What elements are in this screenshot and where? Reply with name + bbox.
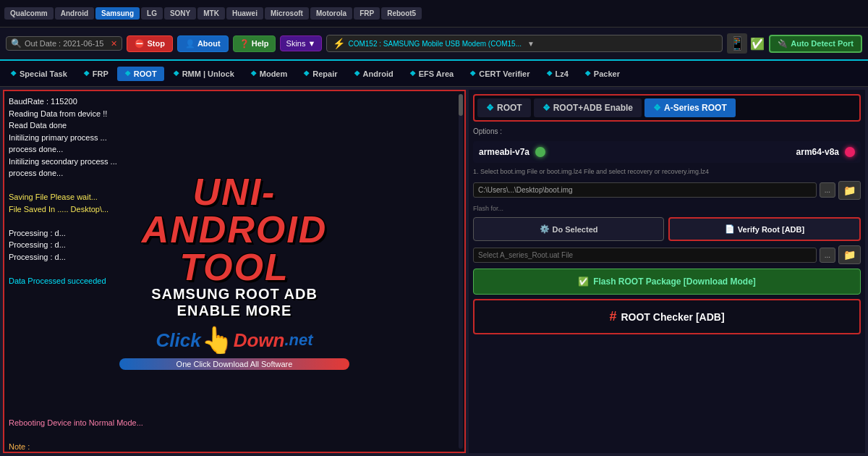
scroll-thumb [459,94,463,116]
abi-left-label: armeabi-v7a [479,147,529,157]
uat-dots-button[interactable]: ... [820,248,835,263]
tab-arrow-icon: ❖ [653,103,661,113]
root-checker-button[interactable]: # ROOT Checker [ADB] [473,299,861,334]
menu-special-task[interactable]: ❖ Special Task [3,67,75,81]
menu-packer[interactable]: ❖ Packer [577,67,627,81]
log-line: Reading Data from device !! [9,108,460,120]
tagline: One Click Download All Software [119,358,349,370]
com-port-selector[interactable]: ⚡ COM152 : SAMSUNG Mobile USB Modem (COM… [326,35,723,52]
tab-root[interactable]: ❖ ROOT [477,98,531,117]
log-line: File Saved In ..... Desktop\... [9,203,460,216]
flash-root-button[interactable]: ✅ Flash ROOT Package [Download Mode] [473,269,861,295]
menu-cert[interactable]: ❖ CERT Verifier [462,67,537,81]
tab-aseries-root[interactable]: ❖ A-Series ROOT [644,98,736,117]
brand-tab-reboots[interactable]: Reboot5 [381,7,422,20]
options-label: Options : [473,126,861,137]
stop-button[interactable]: ⛔ Stop [127,35,172,52]
main-content: BaudRate : 115200 Reading Data from devi… [0,87,868,456]
root-tabs: ❖ ROOT ❖ ROOT+ADB Enable ❖ A-Series ROOT [473,94,861,122]
clear-icon[interactable]: ✕ [111,39,117,48]
menu-lz4[interactable]: ❖ Lz4 [539,67,576,81]
search-date: Out Date : 2021-06-15 [25,39,103,48]
detect-icon: 🔌 [778,39,788,48]
arrow-icon: ❖ [584,69,591,77]
arrow-icon: ❖ [546,69,553,77]
abi-row: armeabi-v7a arm64-v8a [473,141,861,163]
abi-left: armeabi-v7a [479,147,545,157]
menu-modem[interactable]: ❖ Modem [243,67,295,81]
arrow-icon: ❖ [354,69,360,77]
info-text: 1. Select boot.img File or boot.img.lz4 … [473,167,861,177]
menu-rmm[interactable]: ❖ RMM | Unlock [166,67,242,81]
about-button[interactable]: 👤 About [177,35,229,52]
menu-android[interactable]: ❖ Android [346,67,401,81]
abi-right: arm64-v8a [796,147,855,157]
log-line: process done... [9,143,460,156]
skins-button[interactable]: Skins ▼ [280,35,323,51]
scroll-indicator[interactable] [459,94,463,449]
log-line: Initilizing primary process ... [9,132,460,144]
arrow-icon: ❖ [250,69,257,77]
search-box[interactable]: 🔍 Out Date : 2021-06-15 ✕ [6,36,122,51]
tab-arrow-icon: ❖ [486,103,494,113]
brand-tab-mtk[interactable]: MTK [197,7,225,20]
log-spacer [9,429,460,442]
brand-tab-lg[interactable]: LG [141,7,163,20]
search-icon: 🔍 [11,38,22,48]
stop-icon: ⛔ [135,39,145,48]
log-line: Data Processed succeeded [9,275,460,287]
brand-tab-qualcomm[interactable]: Qualcomm [4,7,54,20]
usb-icon: ⚡ [333,38,345,49]
verify-root-button[interactable]: 📄 Verify Root [ADB] [668,217,861,241]
menu-repair[interactable]: ❖ Repair [296,67,344,81]
brand-tab-android[interactable]: Android [55,7,94,20]
arrow-icon: ❖ [303,69,310,77]
brand-tab-frp[interactable]: FRP [354,7,380,20]
verify-icon: 📄 [725,224,735,234]
brand-tab-motorola[interactable]: Motorola [310,7,352,20]
chevron-down-icon: ▼ [308,39,316,48]
brand-tab-huawei[interactable]: Huawei [226,7,263,20]
log-line: Processing : d... [9,251,460,263]
menu-frp[interactable]: ❖ FRP [76,67,116,81]
menu-root[interactable]: ❖ ROOT [117,67,164,81]
file-path-input[interactable] [473,182,817,198]
arrow-icon: ❖ [83,69,90,77]
select-uat-input[interactable] [473,248,817,263]
auto-detect-port-button[interactable]: 🔌 Auto Detect Port [769,35,862,53]
log-line: process done... [9,167,460,180]
watermark-subtitle: SAMSUNG ROOT ADB ENABLE MORE [119,286,349,319]
check-icon: ✅ [578,276,589,287]
log-line: 1. If Device Hangs on Logo or Boot Loop … [9,453,460,454]
dotnet-text: .net [284,331,312,350]
brand-tab-sony[interactable]: SONY [164,7,196,20]
arrow-icon: ❖ [10,69,17,77]
file-folder-button[interactable]: 📁 [838,181,861,200]
hash-icon: # [609,309,616,324]
flash-hint: Flash for... [473,204,861,214]
tab-root-adb[interactable]: ❖ ROOT+ADB Enable [534,98,642,117]
brand-nav: Qualcomm Android Samsung LG SONY MTK Hua… [0,0,868,28]
brand-tab-microsoft[interactable]: Microsoft [265,7,309,20]
uat-folder-button[interactable]: 📁 [838,245,861,264]
arrow-icon: ❖ [469,69,476,77]
chevron-down-icon: ▼ [527,40,535,48]
log-panel: BaudRate : 115200 Reading Data from devi… [3,90,466,453]
arrow-icon: ❖ [124,69,131,77]
select-uat-row: ... 📁 [473,245,861,264]
menu-efs[interactable]: ❖ EFS Area [402,67,461,81]
phone-icon-area: 📱 ✅ [727,33,765,54]
brand-tab-list: Qualcomm Android Samsung LG SONY MTK Hua… [4,7,422,20]
right-panel: ❖ ROOT ❖ ROOT+ADB Enable ❖ A-Series ROOT… [469,90,865,453]
about-icon: 👤 [185,39,195,48]
menu-bar: ❖ Special Task ❖ FRP ❖ ROOT ❖ RMM | Unlo… [0,61,868,87]
down-text: Down [234,329,285,352]
arrow-icon: ❖ [173,69,179,77]
brand-tab-samsung[interactable]: Samsung [95,7,140,20]
log-line: Processing : d... [9,227,460,240]
log-line: Processing : d... [9,239,460,251]
do-selected-button[interactable]: ⚙️ Do Selected [473,217,664,241]
toolbar: 🔍 Out Date : 2021-06-15 ✕ ⛔ Stop 👤 About… [0,28,868,61]
file-dots-button[interactable]: ... [820,182,835,198]
help-button[interactable]: ❓ Help [233,35,276,52]
